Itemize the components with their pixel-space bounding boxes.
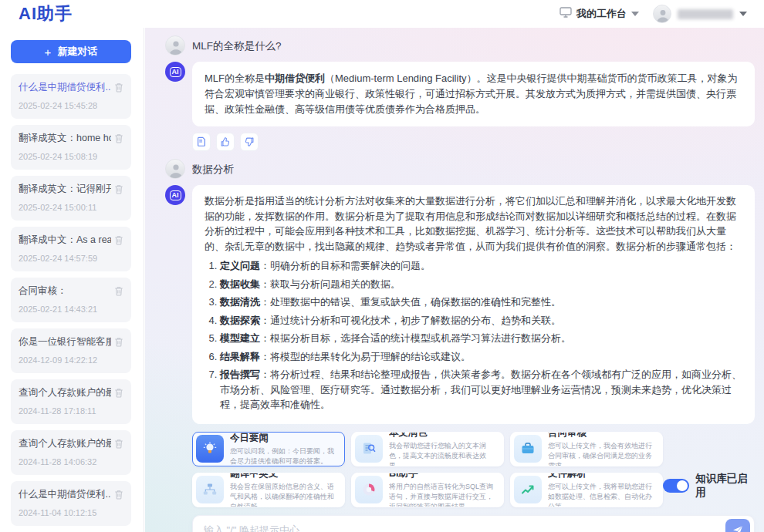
workspace-label: 我的工作台 xyxy=(576,7,627,21)
conversation-time: 2024-11-04 10:12:15 xyxy=(19,508,123,517)
bulb-icon xyxy=(196,435,224,463)
conversation-item[interactable]: 什么是中期借贷便利...2024-11-04 10:12:15 xyxy=(11,481,131,526)
feature-desc: 您可以上传文件，我将帮助您进行如数据处理、信息检索、自动化办公等。 xyxy=(548,482,656,507)
knowledge-base-toggle[interactable]: 知识库已启用 xyxy=(663,472,755,500)
ai-message-text: MLF的全称是 xyxy=(205,72,265,84)
thumbs-down-button[interactable] xyxy=(240,133,259,151)
new-chat-button[interactable]: + 新建对话 xyxy=(11,40,131,63)
feature-title: 本文润色 xyxy=(389,432,497,439)
conversation-time: 2025-02-24 15:00:11 xyxy=(19,203,123,212)
trash-icon[interactable] xyxy=(114,82,123,96)
trash-icon[interactable] xyxy=(114,285,123,299)
analysis-step: 数据探索：通过统计分析和可视化技术，初步了解数据的分布、趋势和关联。 xyxy=(220,313,742,328)
conversation-item[interactable]: 查询个人存款账户的最新...2024-11-28 14:06:32 xyxy=(11,430,131,475)
chat-main: MLF的全称是什么? AI MLF的全称是中期借贷便利（Medium-term … xyxy=(145,28,764,532)
ai-avatar: AI xyxy=(165,62,185,82)
conversation-title: 查询个人存款账户的最新... xyxy=(19,386,111,399)
chevron-down-icon xyxy=(739,12,747,16)
feature-desc: 您可以问我，例如：今日要闻，我会尽力提供准确和可靠的答案。 xyxy=(230,446,338,466)
conversation-title: 什么是中期借贷便利... xyxy=(19,81,111,94)
feature-card-6[interactable]: 文件解析您可以上传文件，我将帮助您进行如数据处理、信息检索、自动化办公等。 xyxy=(510,473,663,507)
analysis-step: 结果解释：将模型的结果转化为易于理解的结论或建议。 xyxy=(220,349,742,365)
conversation-item[interactable]: 翻译成英文：home home2025-02-24 15:08:19 xyxy=(11,125,131,170)
feature-card-3[interactable]: 合同审核您可以上传文件，我会有效地进行合同审核，确保合同满足您的业务需求。 xyxy=(510,432,663,466)
user-message-row: MLF的全称是什么? xyxy=(165,35,755,56)
briefcase-icon xyxy=(514,435,542,463)
conversation-time: 2025-02-24 14:57:59 xyxy=(19,254,123,263)
trash-icon[interactable] xyxy=(114,387,123,401)
trash-icon[interactable] xyxy=(114,133,123,146)
top-header: AI助手 我的工作台 xyxy=(0,0,764,28)
feature-title: 翻译中英文 xyxy=(230,473,338,480)
plus-icon: + xyxy=(45,45,52,59)
paper-plane-icon xyxy=(732,524,744,532)
trash-icon[interactable] xyxy=(114,336,123,350)
workspace-menu[interactable]: 我的工作台 xyxy=(559,7,639,21)
ai-message-bold: 中期借贷便利 xyxy=(265,72,325,84)
conversation-item[interactable]: 翻译成英文：记得刚开始...2025-02-24 15:00:11 xyxy=(11,176,131,221)
conversation-item[interactable]: 查询个人存款账户的最新...2024-11-28 17:18:11 xyxy=(11,379,131,424)
conversation-item[interactable]: 什么是中期借贷便利...2025-02-24 15:45:28 xyxy=(11,74,131,119)
copy-button[interactable] xyxy=(192,133,211,151)
trash-icon[interactable] xyxy=(114,489,123,503)
feature-card-5[interactable]: BI助手将用户的自然语言转化为SQL查询语句，并直接与数据库进行交互，返回智能推… xyxy=(351,473,504,507)
analysis-step: 报告撰写：将分析过程、结果和结论整理成报告，供决策者参考。数据分析在各个领域都有… xyxy=(220,367,742,412)
conversation-title: 翻译成中文：As a reader... xyxy=(19,234,111,247)
analysis-step: 数据清洗：处理数据中的错误、重复或缺失值，确保数据的准确性和完整性。 xyxy=(220,295,742,310)
message-actions xyxy=(192,133,755,151)
conversation-title: 翻译成英文：记得刚开始... xyxy=(19,183,111,196)
bottom-panel: 今日要闻您可以问我，例如：今日要闻，我会尽力提供准确和可靠的答案。本文润色我会帮… xyxy=(192,432,755,507)
toggle-label: 知识库已启用 xyxy=(695,472,755,500)
feature-card-2[interactable]: 本文润色我会帮助您进行您输入的文本润色，提高文本的流畅度和表达效果。 xyxy=(351,432,504,466)
conversation-item[interactable]: 合同审核：2025-02-21 14:43:21 xyxy=(11,278,131,322)
analysis-step: 定义问题：明确分析的目标和需要解决的问题。 xyxy=(220,258,742,274)
new-chat-label: 新建对话 xyxy=(57,45,97,59)
conversation-list: 什么是中期借贷便利...2025-02-24 15:45:28翻译成英文：hom… xyxy=(0,74,144,526)
conversation-time: 2025-02-24 15:45:28 xyxy=(19,101,123,110)
doc-polish-icon xyxy=(355,435,383,463)
composer xyxy=(192,515,755,532)
user-avatar xyxy=(165,35,185,56)
ai-avatar: AI xyxy=(165,185,185,205)
app-logo: AI助手 xyxy=(19,2,73,25)
trash-icon[interactable] xyxy=(114,234,123,248)
conversation-title: 合同审核： xyxy=(19,285,67,298)
conversation-title: 查询个人存款账户的最新... xyxy=(19,437,111,450)
ai-message-text: 数据分析是指用适当的统计分析方法对收集来的大量数据进行分析，将它们加以汇总和理解… xyxy=(205,195,736,252)
conversation-title: 你是一位银行智能客服，... xyxy=(19,335,111,348)
chat-input[interactable] xyxy=(204,524,725,532)
feature-card-4[interactable]: 翻译中英文我会旨在保留原始信息的含义、语气和风格，以确保翻译的准确性和自然流畅。 xyxy=(192,473,345,507)
chevron-down-icon xyxy=(631,12,639,16)
feature-title: 文件解析 xyxy=(548,473,656,480)
feature-desc: 您可以上传文件，我会有效地进行合同审核，确保合同满足您的业务需求。 xyxy=(548,441,656,466)
conversation-time: 2025-02-24 15:08:19 xyxy=(19,152,123,161)
analysis-step: 模型建立：根据分析目标，选择合适的统计模型或机器学习算法进行数据分析。 xyxy=(220,331,742,346)
conversation-item[interactable]: 你是一位银行智能客服，...2024-12-09 14:22:12 xyxy=(11,328,131,373)
feature-card-1[interactable]: 今日要闻您可以问我，例如：今日要闻，我会尽力提供准确和可靠的答案。 xyxy=(192,432,345,466)
feature-desc: 将用户的自然语言转化为SQL查询语句，并直接与数据库进行交互，返回智能推荐的图表… xyxy=(389,482,497,507)
user-message-text: 数据分析 xyxy=(192,159,234,177)
thumbs-up-button[interactable] xyxy=(216,133,235,151)
ai-message-card: 数据分析是指用适当的统计分析方法对收集来的大量数据进行分析，将它们加以汇总和理解… xyxy=(192,185,755,424)
sidebar: + 新建对话 什么是中期借贷便利...2025-02-24 15:45:28翻译… xyxy=(0,28,144,532)
trend-chart-icon xyxy=(514,476,542,503)
user-message-row: 数据分析 xyxy=(165,159,755,179)
trash-icon[interactable] xyxy=(114,184,123,197)
account-menu[interactable] xyxy=(653,5,747,23)
ai-message-row: AI 数据分析是指用适当的统计分析方法对收集来的大量数据进行分析，将它们加以汇总… xyxy=(165,185,755,424)
conversation-time: 2024-11-28 14:06:32 xyxy=(19,457,123,466)
monitor-icon xyxy=(559,7,572,21)
conversation-item[interactable]: 翻译成中文：As a reader...2025-02-24 14:57:59 xyxy=(11,227,131,271)
send-button[interactable] xyxy=(725,519,750,532)
conversation-title: 什么是中期借贷便利... xyxy=(19,488,111,501)
ai-message-card: MLF的全称是中期借贷便利（Medium-term Lending Facili… xyxy=(192,62,755,126)
sitemap-icon xyxy=(196,476,224,503)
avatar xyxy=(653,5,671,23)
conversation-title: 翻译成英文：home home xyxy=(19,132,111,145)
feature-desc: 我会旨在保留原始信息的含义、语气和风格，以确保翻译的准确性和自然流畅。 xyxy=(230,482,338,507)
trash-icon[interactable] xyxy=(114,438,123,452)
conversation-time: 2024-12-09 14:22:12 xyxy=(19,355,123,365)
toggle-switch[interactable] xyxy=(663,479,689,493)
feature-desc: 我会帮助您进行您输入的文本润色，提高文本的流畅度和表达效果。 xyxy=(389,441,497,466)
user-avatar xyxy=(165,159,185,179)
